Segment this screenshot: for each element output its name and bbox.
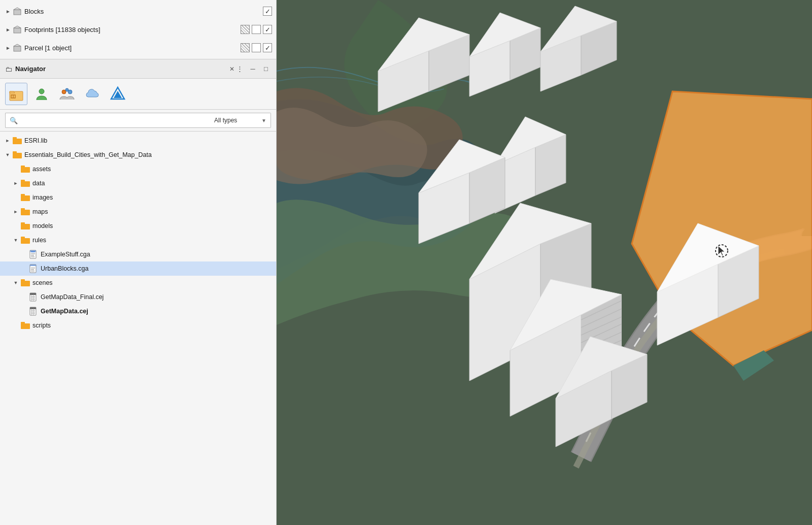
tree-icon-models: [20, 221, 30, 231]
search-bar: 🔍 All types ▼: [0, 110, 276, 132]
svg-rect-2: [14, 28, 21, 33]
tree-expand-rules[interactable]: ▼: [12, 237, 19, 244]
expand-arrow-blocks[interactable]: ►: [4, 7, 12, 15]
layer-checkbox-parcel[interactable]: ✓: [263, 43, 272, 52]
tree-icon-rules: [20, 235, 30, 245]
svg-point-9: [39, 89, 44, 94]
tree-item-scripts[interactable]: scripts: [0, 318, 276, 333]
tree-expand-maps[interactable]: ►: [12, 208, 19, 215]
svg-marker-3: [14, 26, 21, 28]
layer-row-footprints[interactable]: ► Footprints [11838 objects] ✓: [0, 20, 276, 39]
tree-item-getmapdata-final[interactable]: GetMapData_Final.cej: [0, 290, 276, 304]
tree-item-scenes[interactable]: ▼ scenes: [0, 276, 276, 290]
navigator-maximize-button[interactable]: □: [261, 64, 271, 74]
label-scenes: scenes: [32, 279, 53, 286]
layer-row-parcel[interactable]: ► Parcel [1 object] ✓: [0, 39, 276, 57]
tree-item-examplestuff[interactable]: ExampleStuff.cga: [0, 247, 276, 261]
layer-hatch-parcel[interactable]: [241, 43, 250, 52]
tree-icon-images: [20, 192, 30, 203]
tree-icon-urbanblocks: [28, 264, 39, 274]
svg-rect-21: [21, 181, 30, 187]
toolbar-btn-arcgis[interactable]: [107, 83, 129, 105]
svg-rect-38: [30, 265, 36, 266]
tree-item-getmapdata[interactable]: GetMapData.cej: [0, 304, 276, 318]
type-dropdown-text: All types: [214, 117, 237, 124]
search-input[interactable]: [21, 117, 206, 124]
svg-rect-59: [21, 322, 25, 324]
navigator-close-button[interactable]: ✕: [229, 65, 234, 73]
tree-item-essentials[interactable]: ▼ Essentials_Build_Cities_with_Get_Map_D…: [0, 148, 276, 162]
tree-icon-getmapdata-final: [28, 292, 39, 302]
tree-expand-essentials[interactable]: ▼: [4, 151, 11, 158]
layer-empty-parcel[interactable]: [252, 43, 261, 52]
tree-expand-scripts-spacer: [12, 322, 19, 329]
tree-item-esri-lib[interactable]: ► ESRI.lib: [0, 134, 276, 148]
type-dropdown-chevron: ▼: [261, 118, 266, 123]
layers-section: ► Blocks ✓ ► Footprints [11838 objec: [0, 0, 276, 59]
svg-rect-49: [31, 298, 35, 299]
tree-item-rules[interactable]: ▼ rules: [0, 233, 276, 247]
layer-row-blocks[interactable]: ► Blocks ✓: [0, 2, 276, 20]
layer-controls-footprints: ✓: [241, 25, 272, 34]
layer-hatch-footprints[interactable]: [241, 25, 250, 34]
tree-expand-scenes[interactable]: ▼: [12, 279, 19, 286]
toolbar-btn-local-folder[interactable]: [5, 83, 27, 105]
label-essentials: Essentials_Build_Cities_with_Get_Map_Dat…: [24, 151, 152, 158]
navigator-header: 🗀 Navigator ✕ ⋮ ─ □: [0, 59, 276, 79]
tree-item-images[interactable]: images: [0, 190, 276, 205]
search-input-wrap: 🔍: [5, 113, 210, 128]
svg-rect-55: [31, 310, 35, 311]
expand-arrow-parcel[interactable]: ►: [4, 44, 12, 52]
label-examplestuff: ExampleStuff.cga: [41, 251, 90, 258]
tree-icon-scenes: [20, 278, 30, 288]
layer-icon-blocks: [12, 6, 22, 16]
layer-icon-parcel: [12, 43, 22, 53]
svg-rect-25: [21, 210, 30, 215]
label-images: images: [32, 194, 53, 201]
tree-icon-esri-lib: [12, 136, 22, 146]
label-urbanblocks: UrbanBlocks.cga: [41, 265, 89, 272]
svg-rect-22: [21, 180, 25, 182]
toolbar-btn-cloud[interactable]: [81, 83, 104, 105]
tree-item-data[interactable]: ► data: [0, 176, 276, 190]
navigator-folder-icon: 🗀: [5, 65, 12, 73]
layer-checkbox-footprints[interactable]: ✓: [263, 25, 272, 34]
tree-icon-scripts: [20, 320, 30, 331]
layer-name-footprints: Footprints [11838 objects]: [24, 26, 241, 34]
svg-rect-29: [21, 238, 30, 244]
navigator-options-button[interactable]: ⋮: [234, 64, 245, 74]
svg-rect-19: [21, 167, 30, 173]
navigator-minimize-button[interactable]: ─: [248, 64, 258, 74]
svg-rect-43: [21, 279, 25, 281]
layer-name-blocks: Blocks: [24, 8, 263, 15]
svg-rect-33: [31, 253, 35, 254]
toolbar-btn-my-content[interactable]: [30, 83, 53, 105]
tree-expand-esri-lib[interactable]: ►: [4, 137, 11, 144]
tree-icon-maps: [20, 207, 30, 217]
label-models: models: [32, 222, 53, 229]
search-icon: 🔍: [10, 117, 18, 124]
left-panel: ► Blocks ✓ ► Footprints [11838 objec: [0, 0, 277, 525]
svg-rect-40: [31, 269, 34, 270]
label-getmapdata-final: GetMapData_Final.cej: [41, 293, 104, 301]
viewport-panel[interactable]: [277, 0, 812, 525]
svg-marker-1: [14, 8, 21, 10]
tree-item-maps[interactable]: ► maps: [0, 205, 276, 219]
svg-rect-42: [21, 281, 30, 286]
layer-checkbox-blocks[interactable]: ✓: [263, 7, 272, 16]
svg-rect-41: [31, 271, 35, 272]
layer-controls-blocks: ✓: [263, 7, 272, 16]
tree-item-assets[interactable]: assets: [0, 162, 276, 176]
toolbar-btn-group-content[interactable]: [56, 83, 78, 105]
tree-item-models[interactable]: models: [0, 219, 276, 233]
tree-item-urbanblocks[interactable]: UrbanBlocks.cga: [0, 261, 276, 276]
tree-expand-urbanblocks-spacer: [20, 265, 27, 272]
svg-rect-18: [13, 151, 17, 153]
layer-empty-footprints[interactable]: [252, 25, 261, 34]
tree-expand-data[interactable]: ►: [12, 180, 19, 187]
tree-expand-models-spacer: [12, 222, 19, 229]
type-dropdown[interactable]: All types ▼: [210, 113, 271, 128]
expand-arrow-footprints[interactable]: ►: [4, 25, 12, 34]
tree-view: ► ESRI.lib ▼ Essential: [0, 132, 276, 525]
svg-rect-20: [21, 166, 25, 168]
